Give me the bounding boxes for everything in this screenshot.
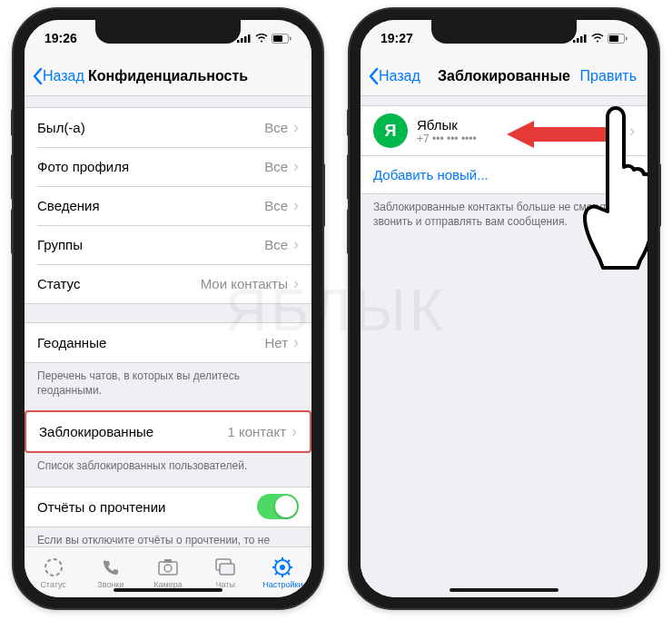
svg-rect-10 bbox=[164, 559, 172, 563]
receipts-toggle[interactable] bbox=[257, 494, 299, 519]
back-button[interactable]: Назад bbox=[32, 67, 84, 85]
svg-point-7 bbox=[45, 559, 62, 576]
svg-rect-12 bbox=[220, 564, 234, 575]
annotation-hand bbox=[582, 106, 647, 273]
chevron-left-icon bbox=[32, 67, 43, 85]
label: Группы bbox=[37, 237, 264, 252]
page-title: Конфиденциальность bbox=[88, 68, 248, 84]
tab-label: Настройки bbox=[262, 580, 302, 589]
status-indicators bbox=[237, 34, 292, 44]
chevron-right-icon: › bbox=[293, 333, 299, 352]
group-geo: Геоданные Нет › bbox=[25, 322, 311, 363]
label: Статус bbox=[37, 276, 201, 291]
svg-rect-2 bbox=[244, 36, 247, 43]
label: Сведения bbox=[37, 198, 264, 213]
svg-rect-8 bbox=[159, 562, 177, 575]
value: Все bbox=[264, 159, 288, 174]
battery-icon bbox=[608, 34, 628, 44]
svg-line-19 bbox=[275, 560, 278, 563]
row-about[interactable]: Сведения Все › bbox=[25, 186, 311, 225]
row-blocked[interactable]: Заблокированные 1 контакт › bbox=[26, 412, 310, 451]
phone-icon bbox=[100, 556, 122, 578]
group-blocked: Заблокированные 1 контакт › bbox=[25, 410, 311, 453]
back-button[interactable]: Назад bbox=[368, 67, 420, 85]
footer-geo: Перечень чатов, в которых вы делитесь ге… bbox=[25, 363, 311, 403]
svg-point-9 bbox=[164, 565, 172, 572]
svg-rect-29 bbox=[626, 36, 628, 40]
value: Все bbox=[264, 237, 288, 252]
chevron-left-icon bbox=[368, 67, 379, 85]
chat-icon bbox=[214, 556, 236, 578]
svg-rect-23 bbox=[573, 40, 576, 43]
chevron-right-icon: › bbox=[293, 235, 299, 254]
svg-line-21 bbox=[275, 572, 278, 575]
value: Нет bbox=[264, 335, 288, 350]
value: Мои контакты bbox=[201, 276, 288, 291]
phone-pair: 19:26 Назад Конфиденциальность Был(-а) bbox=[0, 0, 672, 617]
label: Заблокированные bbox=[39, 424, 227, 439]
tab-status[interactable]: Статус bbox=[25, 547, 82, 597]
notch bbox=[95, 20, 241, 44]
row-live-location[interactable]: Геоданные Нет › bbox=[25, 323, 311, 362]
svg-point-14 bbox=[280, 565, 285, 570]
svg-rect-0 bbox=[237, 40, 240, 43]
svg-rect-6 bbox=[290, 36, 292, 40]
svg-rect-25 bbox=[580, 36, 583, 43]
value: Все bbox=[264, 120, 288, 135]
chevron-right-icon: › bbox=[292, 422, 297, 441]
camera-icon bbox=[157, 556, 179, 578]
chevron-right-icon: › bbox=[293, 118, 299, 137]
phone-frame-right: 19:27 Назад Заблокированные Править bbox=[350, 9, 658, 608]
chevron-right-icon: › bbox=[293, 274, 299, 293]
tab-label: Чаты bbox=[216, 580, 235, 589]
chevron-right-icon: › bbox=[293, 196, 299, 215]
label: Был(-а) bbox=[37, 120, 264, 135]
avatar: Я bbox=[373, 113, 408, 148]
row-status[interactable]: Статус Мои контакты › bbox=[25, 264, 311, 303]
wifi-icon bbox=[255, 34, 268, 43]
nav-bar: Назад Заблокированные Править bbox=[361, 56, 647, 96]
wifi-icon bbox=[591, 34, 604, 43]
svg-rect-3 bbox=[248, 34, 251, 43]
row-profile-photo[interactable]: Фото профиля Все › bbox=[25, 147, 311, 186]
tab-settings[interactable]: Настройки bbox=[254, 547, 311, 597]
row-last-seen[interactable]: Был(-а) Все › bbox=[25, 108, 311, 147]
group-visibility: Был(-а) Все › Фото профиля Все › Сведени… bbox=[25, 107, 311, 304]
edit-button[interactable]: Править bbox=[580, 68, 640, 84]
back-label: Назад bbox=[379, 68, 420, 84]
svg-rect-5 bbox=[273, 35, 282, 42]
status-time: 19:26 bbox=[44, 31, 77, 45]
svg-line-22 bbox=[287, 560, 290, 563]
label: Геоданные bbox=[37, 335, 264, 350]
svg-line-20 bbox=[287, 572, 290, 575]
row-groups[interactable]: Группы Все › bbox=[25, 225, 311, 264]
svg-rect-24 bbox=[577, 38, 579, 43]
svg-rect-26 bbox=[584, 34, 587, 43]
home-indicator bbox=[450, 588, 558, 592]
value: Все bbox=[264, 198, 288, 213]
home-indicator bbox=[114, 588, 222, 592]
tab-label: Звонки bbox=[97, 580, 124, 589]
gear-icon bbox=[272, 556, 293, 578]
page-title: Заблокированные bbox=[438, 68, 570, 84]
svg-rect-1 bbox=[241, 38, 243, 43]
tab-label: Камера bbox=[153, 580, 182, 589]
notch bbox=[431, 20, 577, 44]
phone-frame-left: 19:26 Назад Конфиденциальность Был(-а) bbox=[14, 9, 322, 608]
value: 1 контакт bbox=[227, 424, 286, 439]
nav-bar: Назад Конфиденциальность bbox=[25, 56, 311, 96]
privacy-content: Был(-а) Все › Фото профиля Все › Сведени… bbox=[25, 96, 311, 546]
svg-rect-28 bbox=[609, 35, 618, 42]
label: Фото профиля bbox=[37, 159, 264, 174]
label: Отчёты о прочтении bbox=[37, 499, 257, 515]
footer-receipts: Если вы отключите отчёты о прочтении, то… bbox=[25, 527, 311, 546]
chevron-right-icon: › bbox=[293, 157, 299, 176]
footer-blocked: Список заблокированных пользователей. bbox=[25, 453, 311, 478]
group-receipts: Отчёты о прочтении bbox=[25, 487, 311, 527]
tab-label: Статус bbox=[40, 580, 65, 589]
status-indicators bbox=[573, 34, 628, 44]
back-label: Назад bbox=[43, 68, 84, 84]
battery-icon bbox=[272, 34, 292, 44]
status-icon bbox=[43, 556, 64, 578]
row-read-receipts[interactable]: Отчёты о прочтении bbox=[25, 487, 311, 527]
